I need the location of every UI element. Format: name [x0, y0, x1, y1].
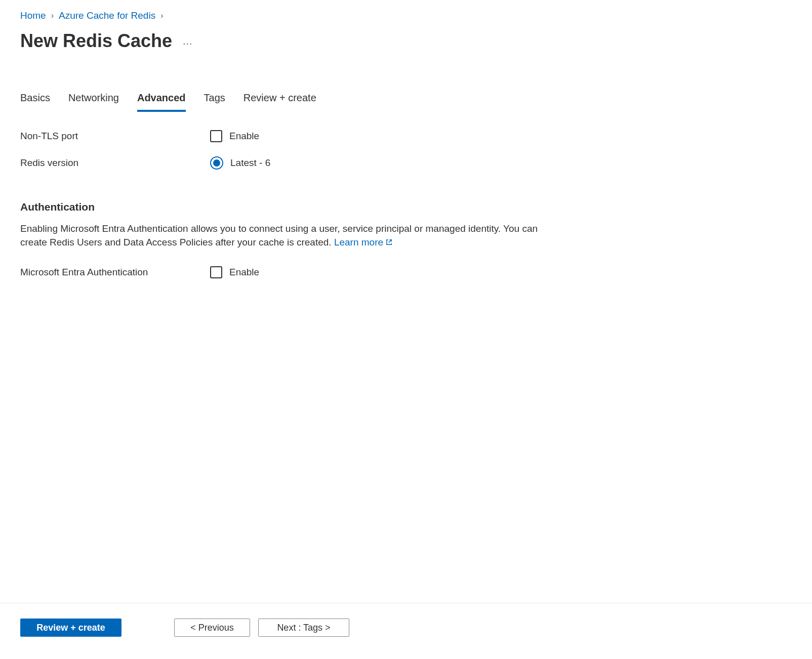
- breadcrumb-service[interactable]: Azure Cache for Redis: [59, 10, 155, 21]
- external-link-icon: [385, 238, 393, 246]
- learn-more-link[interactable]: Learn more: [334, 237, 393, 248]
- checkbox-non-tls-port[interactable]: [210, 130, 222, 142]
- tab-networking[interactable]: Networking: [68, 92, 119, 112]
- label-redis-version: Redis version: [20, 157, 210, 169]
- checkbox-entra-auth[interactable]: [210, 266, 222, 278]
- auth-description-text: Enabling Microsoft Entra Authentication …: [20, 223, 538, 248]
- next-button[interactable]: Next : Tags >: [258, 619, 349, 637]
- radio-redis-version-latest[interactable]: [210, 156, 223, 170]
- tab-tags[interactable]: Tags: [204, 92, 225, 112]
- tab-review-create[interactable]: Review + create: [243, 92, 316, 112]
- authentication-description: Enabling Microsoft Entra Authentication …: [20, 222, 557, 249]
- chevron-right-icon: ›: [51, 11, 54, 20]
- label-non-tls-port: Non-TLS port: [20, 131, 210, 142]
- previous-button[interactable]: < Previous: [174, 619, 250, 637]
- tab-basics[interactable]: Basics: [20, 92, 50, 112]
- breadcrumb-home[interactable]: Home: [20, 10, 46, 21]
- row-redis-version: Redis version Latest - 6: [20, 156, 792, 170]
- review-create-button[interactable]: Review + create: [20, 619, 121, 637]
- page-title: New Redis Cache: [20, 30, 172, 52]
- wizard-footer: Review + create < Previous Next : Tags >: [0, 603, 812, 659]
- more-actions-icon[interactable]: …: [182, 35, 193, 47]
- option-entra-enable: Enable: [229, 267, 259, 278]
- wizard-tabs: Basics Networking Advanced Tags Review +…: [20, 92, 792, 112]
- breadcrumb: Home › Azure Cache for Redis ›: [20, 10, 792, 21]
- label-entra-auth: Microsoft Entra Authentication: [20, 267, 210, 278]
- chevron-right-icon: ›: [160, 11, 163, 20]
- tab-advanced[interactable]: Advanced: [137, 92, 186, 112]
- option-non-tls-enable: Enable: [229, 131, 259, 142]
- option-redis-version-latest: Latest - 6: [230, 157, 270, 169]
- row-non-tls-port: Non-TLS port Enable: [20, 130, 792, 142]
- row-entra-auth: Microsoft Entra Authentication Enable: [20, 266, 792, 278]
- heading-authentication: Authentication: [20, 201, 792, 213]
- page-title-row: New Redis Cache …: [20, 30, 792, 52]
